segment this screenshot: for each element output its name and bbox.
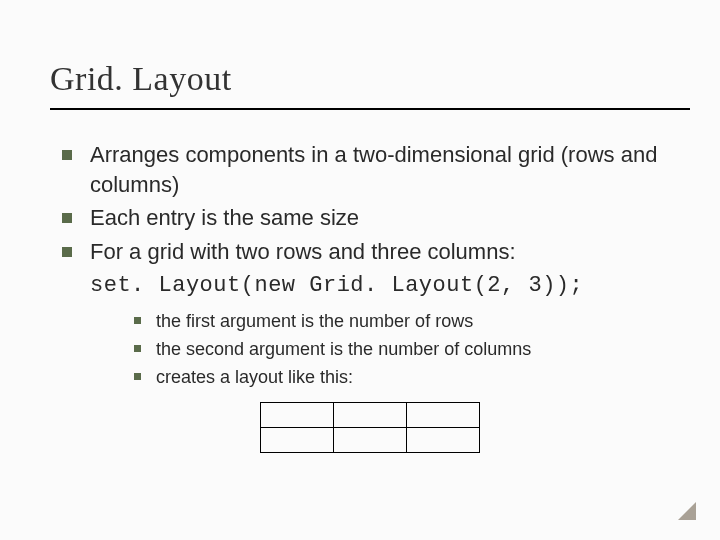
bullet-item: Arranges components in a two-dimensional… — [56, 140, 670, 199]
grid-cell — [334, 428, 407, 453]
corner-fold-icon — [678, 502, 696, 520]
bullet-list: Arranges components in a two-dimensional… — [56, 140, 670, 267]
grid-demo — [260, 402, 480, 453]
code-line: set. Layout(new Grid. Layout(2, 3)); — [90, 273, 670, 298]
slide-title: Grid. Layout — [50, 60, 670, 98]
bullet-item: Each entry is the same size — [56, 203, 670, 233]
grid-cell — [407, 428, 480, 453]
sub-bullet-item: the first argument is the number of rows — [130, 308, 670, 334]
title-underline — [50, 108, 690, 110]
grid-row — [261, 428, 480, 453]
bullet-item: For a grid with two rows and three colum… — [56, 237, 670, 267]
sub-bullet-item: the second argument is the number of col… — [130, 336, 670, 362]
grid-cell — [261, 428, 334, 453]
grid-row — [261, 403, 480, 428]
slide: Grid. Layout Arranges components in a tw… — [0, 0, 720, 540]
sub-bullet-item: creates a layout like this: — [130, 364, 670, 390]
grid-cell — [407, 403, 480, 428]
sub-bullet-list: the first argument is the number of rows… — [130, 308, 670, 390]
grid-cell — [261, 403, 334, 428]
grid-cell — [334, 403, 407, 428]
